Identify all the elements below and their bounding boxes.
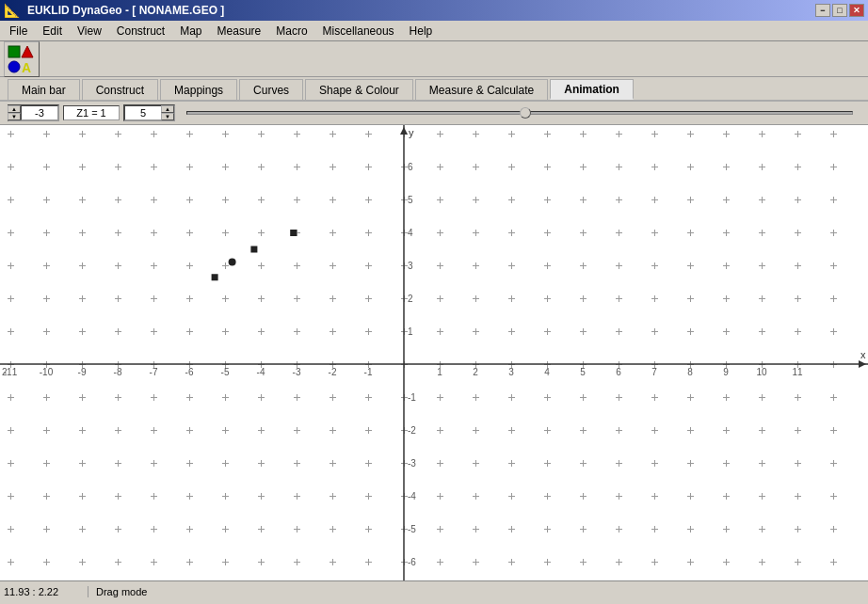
max-spinner[interactable]: ▲ ▼ — [161, 105, 174, 120]
svg-point-2 — [8, 61, 20, 72]
menu-macro[interactable]: Macro — [268, 23, 314, 40]
slider-min[interactable]: -3 — [21, 105, 58, 120]
mode-display: Drag mode — [96, 586, 147, 597]
min-up-btn[interactable]: ▲ — [8, 105, 21, 113]
maximize-button[interactable]: □ — [832, 4, 847, 17]
min-down-btn[interactable]: ▼ — [8, 113, 21, 120]
slider-thumb[interactable] — [520, 107, 531, 119]
menu-misc[interactable]: Miscellaneous — [315, 23, 402, 40]
tab-curves[interactable]: Curves — [239, 79, 303, 100]
coordinate-grid — [0, 125, 868, 580]
max-down-btn[interactable]: ▼ — [161, 113, 174, 120]
close-button[interactable]: ✕ — [849, 4, 864, 17]
app-icon: 📐 — [4, 3, 20, 18]
minimize-button[interactable]: − — [815, 4, 830, 17]
menu-view[interactable]: View — [70, 23, 109, 40]
slider-track-container — [186, 105, 853, 120]
coordinates-display: 11.93 : 2.22 — [4, 586, 88, 597]
tab-main-bar[interactable]: Main bar — [8, 79, 80, 100]
menu-help[interactable]: Help — [402, 23, 441, 40]
menu-construct[interactable]: Construct — [109, 23, 172, 40]
svg-text:A: A — [22, 60, 31, 74]
svg-marker-1 — [22, 46, 33, 57]
canvas-area[interactable] — [0, 125, 868, 580]
slider-track[interactable] — [186, 111, 853, 115]
window-controls: − □ ✕ — [815, 4, 864, 17]
toolbar-icon-group[interactable]: A — [7, 44, 37, 74]
tab-mappings[interactable]: Mappings — [160, 79, 237, 100]
status-bar: 11.93 : 2.22 Drag mode — [0, 580, 868, 601]
menu-measure[interactable]: Measure — [210, 23, 269, 40]
toolbar: A — [0, 41, 868, 77]
min-spinner[interactable]: ▲ ▼ — [8, 105, 21, 120]
menu-edit[interactable]: Edit — [35, 23, 70, 40]
tab-bar: Main bar Construct Mappings Curves Shape… — [0, 77, 868, 102]
tab-construct[interactable]: Construct — [82, 79, 158, 100]
slider-label: Z1 = 1 — [63, 105, 120, 120]
tab-measure-calculate[interactable]: Measure & Calculate — [415, 79, 548, 100]
animation-panel: ▲ ▼ -3 Z1 = 1 5 ▲ ▼ — [0, 102, 868, 125]
menu-map[interactable]: Map — [172, 23, 209, 40]
svg-rect-0 — [8, 46, 20, 57]
window-title: EUKLID DynaGeo - [ NONAME.GEO ] — [24, 4, 815, 17]
slider-max[interactable]: 5 — [124, 105, 162, 120]
tab-shape-colour[interactable]: Shape & Colour — [305, 79, 413, 100]
menu-bar: File Edit View Construct Map Measure Mac… — [0, 21, 868, 41]
max-up-btn[interactable]: ▲ — [161, 105, 174, 113]
menu-file[interactable]: File — [2, 23, 35, 40]
tab-animation[interactable]: Animation — [550, 79, 634, 100]
title-bar: 📐 EUKLID DynaGeo - [ NONAME.GEO ] − □ ✕ — [0, 0, 868, 21]
